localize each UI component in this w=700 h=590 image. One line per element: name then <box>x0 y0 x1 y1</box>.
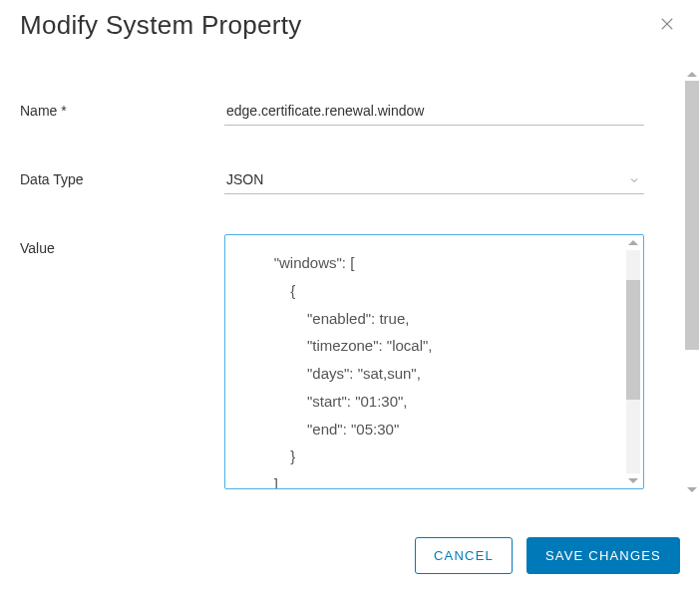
dialog-footer: Cancel Save Changes <box>415 537 680 574</box>
chevron-down-icon <box>628 173 640 189</box>
value-label: Value <box>20 234 224 256</box>
dialog-body: Name * Data Type JSON <box>20 49 680 477</box>
modify-system-property-dialog: Modify System Property Name * Data Ty <box>0 0 700 590</box>
datatype-row: Data Type JSON <box>20 165 644 194</box>
scroll-up-icon <box>687 72 697 77</box>
value-textarea-wrap <box>224 234 644 489</box>
scroll-thumb[interactable] <box>626 280 640 400</box>
datatype-value: JSON <box>226 171 263 187</box>
dialog-title: Modify System Property <box>20 10 302 41</box>
save-changes-button[interactable]: Save Changes <box>526 537 680 574</box>
scroll-thumb[interactable] <box>685 81 699 350</box>
scroll-down-icon <box>687 487 697 492</box>
datatype-select[interactable]: JSON <box>224 165 644 194</box>
name-label: Name * <box>20 97 224 119</box>
value-scrollbar[interactable] <box>625 237 641 486</box>
name-label-text: Name <box>20 103 57 119</box>
scroll-up-icon <box>628 240 638 245</box>
scroll-down-icon <box>628 478 638 483</box>
name-row: Name * <box>20 97 644 126</box>
value-row: Value <box>20 234 644 489</box>
value-textarea[interactable] <box>225 235 643 488</box>
dialog-header: Modify System Property <box>20 0 680 49</box>
scroll-track <box>626 250 640 473</box>
dialog-scrollbar[interactable] <box>684 70 700 494</box>
cancel-button[interactable]: Cancel <box>415 537 513 574</box>
scroll-track <box>685 81 699 483</box>
datatype-label: Data Type <box>20 165 224 187</box>
form-area: Name * Data Type JSON <box>20 49 680 489</box>
close-button[interactable] <box>654 11 680 40</box>
required-mark: * <box>61 103 66 119</box>
name-input[interactable] <box>224 97 644 126</box>
close-icon <box>658 15 676 36</box>
